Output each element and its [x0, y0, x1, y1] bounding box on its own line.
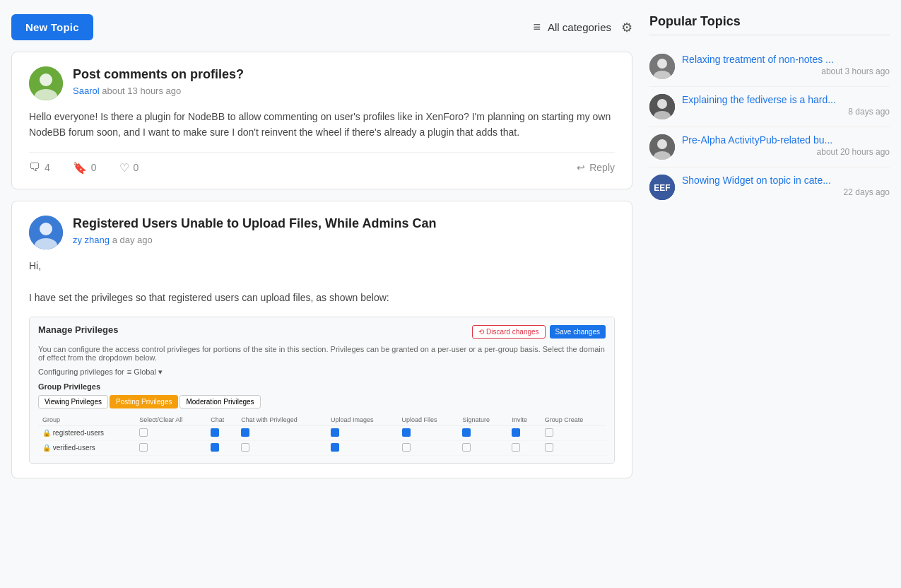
screenshot-title: Manage Privileges — [38, 324, 118, 335]
pop-meta: Explaining the fediverse is a hard... 8 … — [682, 94, 890, 117]
sidebar-title: Popular Topics — [649, 14, 890, 35]
group-name: 🔒 registered-users — [38, 425, 135, 440]
table-header-row: Group Select/Clear All Chat Chat with Pr… — [38, 414, 606, 426]
body-main: I have set the privileges so that regist… — [29, 290, 615, 305]
topic-author-line: Saarol about 13 hours ago — [73, 86, 615, 96]
pop-title[interactable]: Relaxing treatment of non-notes ... — [682, 54, 890, 65]
pop-time: 8 days ago — [682, 107, 890, 117]
topic-author-link[interactable]: Saarol — [73, 86, 100, 96]
pop-meta: Showing Widget on topic in cate... 22 da… — [682, 175, 890, 197]
upload-images-cell[interactable] — [326, 425, 397, 440]
pop-avatar: EEF — [649, 175, 675, 200]
topic-title[interactable]: Registered Users Unable to Upload Files,… — [73, 216, 615, 232]
privileges-table: Group Select/Clear All Chat Chat with Pr… — [38, 414, 606, 456]
col-chat: Chat — [206, 414, 237, 426]
avatar — [29, 66, 63, 100]
ss-header-row: Manage Privileges ⟲ Discard changes Save… — [38, 324, 606, 339]
discard-changes-button[interactable]: ⟲ Discard changes — [472, 325, 545, 339]
col-upload-files: Upload Files — [398, 414, 459, 426]
gear-button[interactable]: ⚙ — [621, 20, 632, 35]
reply-button[interactable]: ↩ Reply — [577, 162, 615, 173]
select-all-cell[interactable] — [135, 440, 206, 455]
popular-topic-item[interactable]: Explaining the fediverse is a hard... 8 … — [649, 87, 890, 127]
col-chat-priv: Chat with Privileged — [237, 414, 326, 426]
signature-cell[interactable] — [458, 440, 507, 455]
topic-header: Post comments on profiles? Saarol about … — [29, 66, 615, 100]
bookmark-icon: 🔖 — [73, 161, 87, 175]
pop-avatar — [649, 94, 675, 119]
main-content: New Topic ≡ All categories ⚙ Post commen… — [11, 14, 632, 490]
topic-meta: Registered Users Unable to Upload Files,… — [73, 216, 615, 245]
group-create-cell[interactable] — [541, 425, 606, 440]
pop-time: 22 days ago — [682, 187, 890, 197]
viewing-privileges-tab[interactable]: Viewing Privileges — [38, 395, 108, 408]
avatar — [29, 216, 63, 249]
topic-header: Registered Users Unable to Upload Files,… — [29, 216, 615, 249]
likes-action[interactable]: ♡ 0 — [119, 161, 139, 175]
topic-meta: Post comments on profiles? Saarol about … — [73, 66, 615, 96]
pop-title[interactable]: Showing Widget on topic in cate... — [682, 175, 890, 186]
topic-card: Post comments on profiles? Saarol about … — [11, 52, 632, 189]
pop-avatar — [649, 54, 675, 79]
chat-cell[interactable] — [206, 425, 237, 440]
topic-timestamp-val: a day ago — [112, 235, 153, 245]
svg-point-7 — [657, 59, 667, 69]
bookmarks-action[interactable]: 🔖 0 — [73, 161, 97, 175]
pop-title[interactable]: Explaining the fediverse is a hard... — [682, 94, 890, 105]
body-intro: Hi, — [29, 258, 615, 274]
chat-cell[interactable] — [206, 440, 237, 455]
svg-point-1 — [40, 74, 52, 86]
reply-arrow-icon: ↩ — [577, 162, 585, 173]
list-icon: ≡ — [533, 20, 541, 35]
likes-count: 0 — [134, 162, 139, 173]
screenshot-desc: You can configure the access control pri… — [38, 345, 606, 362]
topic-actions: 🗨 4 🔖 0 ♡ 0 ↩ Reply — [29, 152, 615, 175]
upload-files-cell[interactable] — [398, 440, 459, 455]
save-changes-button[interactable]: Save changes — [550, 325, 606, 339]
topic-timestamp-val: about 13 hours ago — [102, 86, 181, 96]
col-signature: Signature — [458, 414, 507, 426]
invite-cell[interactable] — [507, 425, 540, 440]
moderation-privileges-tab[interactable]: Moderation Privileges — [179, 395, 260, 408]
topic-card: Registered Users Unable to Upload Files,… — [11, 201, 632, 478]
pop-time: about 3 hours ago — [682, 66, 890, 76]
reply-label: Reply — [589, 162, 615, 173]
topic-author-link[interactable]: zy zhang — [73, 235, 110, 245]
pop-meta: Relaxing treatment of non-notes ... abou… — [682, 54, 890, 76]
popular-topic-item[interactable]: EEF Showing Widget on topic in cate... 2… — [649, 167, 890, 207]
topic-body-intro: Hi, I have set the privileges so that re… — [29, 258, 615, 305]
select-all-cell[interactable] — [135, 425, 206, 440]
topic-body: Hello everyone! Is there a plugin for No… — [29, 109, 615, 141]
invite-cell[interactable] — [507, 440, 540, 455]
replies-action[interactable]: 🗨 4 — [29, 161, 50, 174]
new-topic-button[interactable]: New Topic — [11, 14, 93, 40]
svg-text:EEF: EEF — [654, 183, 670, 193]
ss-buttons: ⟲ Discard changes Save changes — [472, 325, 606, 339]
heart-icon: ♡ — [119, 161, 129, 175]
categories-bar: ≡ All categories ⚙ — [533, 20, 632, 35]
all-categories-label[interactable]: All categories — [548, 21, 611, 33]
chat-priv-cell[interactable] — [237, 425, 326, 440]
group-privileges-label: Group Privileges — [38, 382, 606, 391]
upload-images-cell[interactable] — [326, 440, 397, 455]
comment-icon: 🗨 — [29, 161, 40, 174]
posting-privileges-tab[interactable]: Posting Privileges — [110, 395, 178, 408]
pop-meta: Pre-Alpha ActivityPub-related bu... abou… — [682, 134, 890, 157]
col-group: Group — [38, 414, 135, 426]
config-value[interactable]: ≡ Global ▾ — [127, 368, 163, 377]
screenshot-config: Configuring privileges for ≡ Global ▾ — [38, 368, 606, 377]
popular-topic-item[interactable]: Relaxing treatment of non-notes ... abou… — [649, 47, 890, 87]
popular-topic-item[interactable]: Pre-Alpha ActivityPub-related bu... abou… — [649, 127, 890, 167]
topic-title[interactable]: Post comments on profiles? — [73, 66, 615, 83]
screenshot-inner: Manage Privileges ⟲ Discard changes Save… — [30, 317, 614, 463]
pop-time: about 20 hours ago — [682, 147, 890, 157]
upload-files-cell[interactable] — [398, 425, 459, 440]
signature-cell[interactable] — [458, 425, 507, 440]
pop-title[interactable]: Pre-Alpha ActivityPub-related bu... — [682, 134, 890, 146]
group-create-cell[interactable] — [541, 440, 606, 455]
chat-priv-cell[interactable] — [237, 440, 326, 455]
topic-author-line: zy zhang a day ago — [73, 235, 615, 245]
sidebar: Popular Topics Relaxing treatment of non… — [649, 14, 890, 490]
header-bar: New Topic ≡ All categories ⚙ — [11, 14, 632, 40]
bookmarks-count: 0 — [91, 162, 97, 173]
